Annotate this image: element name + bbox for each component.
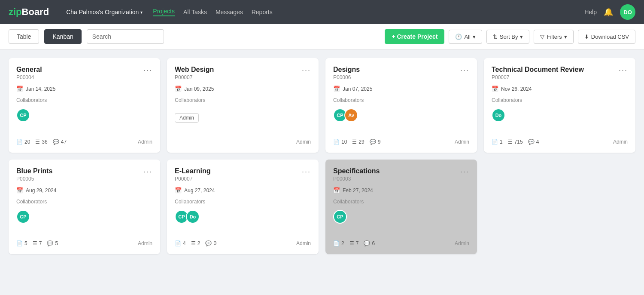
nav-messages[interactable]: Messages <box>216 9 243 15</box>
role-label: Admin <box>296 240 311 246</box>
filter-icon: ▽ <box>540 34 544 40</box>
card-footer: 📄10 ☰29 💬9 Admin <box>333 139 469 145</box>
card-id: P00006 <box>333 74 360 80</box>
project-card-designs[interactable]: DesignsP00006···📅Jan 07, 2025Collaborato… <box>325 58 477 153</box>
create-project-button[interactable]: + Create Project <box>385 29 444 44</box>
comments-stat: 💬0 <box>205 240 216 246</box>
search-input[interactable] <box>87 29 164 44</box>
project-card-e-learning[interactable]: E-LearningP00007···📅Aug 27, 2024Collabor… <box>167 160 319 254</box>
project-card-web-design[interactable]: Web DesignP00007···📅Jan 09, 2025Collabor… <box>167 58 319 153</box>
card-date: 📅Aug 29, 2024 <box>16 187 152 194</box>
files-count: 2 <box>341 240 344 246</box>
download-csv-button[interactable]: ⬇ Download CSV <box>578 30 635 44</box>
all-filter-button[interactable]: 🕐 All ▾ <box>449 30 482 44</box>
card-id: P00007 <box>175 176 211 182</box>
files-stat: 📄10 <box>333 139 347 145</box>
nav-reports[interactable]: Reports <box>252 9 273 15</box>
avatar: Av <box>344 108 358 122</box>
nav-all-tasks[interactable]: All Tasks <box>183 9 207 15</box>
card-footer: Admin <box>175 139 311 145</box>
card-id: P00007 <box>175 74 214 80</box>
comment-icon: 💬 <box>528 139 535 145</box>
card-stats: 📄2 ☰7 💬6 <box>333 240 375 246</box>
calendar-icon: 📅 <box>16 86 23 92</box>
card-menu-icon[interactable]: ··· <box>143 167 152 176</box>
navbar: zipBoard Cha Palmos's Organization ▾ Pro… <box>0 0 644 24</box>
project-card-specifications[interactable]: SpecificationsP00003···📅Feb 27, 2024Coll… <box>325 160 477 254</box>
list-icon: ☰ <box>33 240 37 246</box>
card-title: Specifications <box>333 167 380 175</box>
bell-icon[interactable]: 🔔 <box>604 7 613 17</box>
user-avatar[interactable]: DO <box>620 4 635 20</box>
comments-count: 9 <box>378 139 381 145</box>
chevron-down-icon: ▾ <box>473 34 476 40</box>
comment-icon: 💬 <box>364 240 370 246</box>
calendar-icon: 📅 <box>16 187 23 194</box>
sort-by-button[interactable]: ⇅ Sort By ▾ <box>486 30 530 44</box>
card-date-value: Aug 29, 2024 <box>26 187 56 194</box>
calendar-icon: 📅 <box>175 187 182 194</box>
card-stats: 📄4 ☰2 💬0 <box>175 240 216 246</box>
card-header: Technical Document ReviewP00007··· <box>492 66 628 80</box>
filters-button[interactable]: ▽ Filters ▾ <box>534 30 573 44</box>
project-card-technical-document-review[interactable]: Technical Document ReviewP00007···📅Nov 2… <box>484 58 635 153</box>
comments-count: 6 <box>372 240 375 246</box>
card-date-value: Nov 26, 2024 <box>501 86 532 92</box>
chevron-down-icon: ▾ <box>140 10 143 15</box>
tasks-stat: ☰29 <box>352 139 364 145</box>
file-icon: 📄 <box>492 139 498 145</box>
card-menu-icon[interactable]: ··· <box>460 167 469 176</box>
card-menu-icon[interactable]: ··· <box>302 167 311 176</box>
project-card-general[interactable]: GeneralP00004···📅Jan 14, 2025Collaborato… <box>9 58 160 153</box>
project-card-blue-prints[interactable]: Blue PrintsP00005···📅Aug 29, 2024Collabo… <box>9 160 160 254</box>
files-stat: 📄1 <box>492 139 503 145</box>
toolbar-right: + Create Project 🕐 All ▾ ⇅ Sort By ▾ ▽ F… <box>385 29 635 44</box>
tab-table[interactable]: Table <box>9 29 39 44</box>
role-label: Admin <box>613 139 628 145</box>
card-menu-icon[interactable]: ··· <box>302 66 311 75</box>
tasks-count: 2 <box>197 240 200 246</box>
files-count: 20 <box>24 139 30 145</box>
tab-kanban[interactable]: Kanban <box>44 29 81 44</box>
org-selector[interactable]: Cha Palmos's Organization ▾ <box>66 9 143 15</box>
comment-icon: 💬 <box>53 139 59 145</box>
card-title: Technical Document Review <box>492 66 584 74</box>
card-header: GeneralP00004··· <box>16 66 152 80</box>
avatar: CP <box>16 210 30 224</box>
card-title: Designs <box>333 66 360 74</box>
logo-board: Board <box>22 6 49 18</box>
card-date-value: Feb 27, 2024 <box>343 187 373 194</box>
calendar-icon: 📅 <box>333 187 340 194</box>
help-link[interactable]: Help <box>584 9 597 15</box>
card-id: P00005 <box>16 176 52 182</box>
comments-stat: 💬6 <box>364 240 375 246</box>
collaborators-label: Collaborators <box>175 199 311 205</box>
projects-grid: GeneralP00004···📅Jan 14, 2025Collaborato… <box>0 49 644 263</box>
comment-icon: 💬 <box>47 240 53 246</box>
tasks-stat: ☰7 <box>349 240 359 246</box>
nav-projects[interactable]: Projects <box>153 8 175 16</box>
collaborators-label: Collaborators <box>333 97 469 103</box>
filters-label: Filters <box>547 34 562 40</box>
card-title: General <box>16 66 42 74</box>
tasks-count: 36 <box>42 139 47 145</box>
card-date: 📅Feb 27, 2024 <box>333 187 469 194</box>
org-name: Cha Palmos's Organization <box>66 9 139 15</box>
collaborators-label: Collaborators <box>333 199 469 205</box>
card-footer: 📄1 ☰715 💬4 Admin <box>492 139 628 145</box>
tasks-count: 7 <box>356 240 359 246</box>
avatar-row: CPAv <box>333 108 469 122</box>
chevron-down-icon: ▾ <box>520 34 523 40</box>
logo[interactable]: zipBoard <box>9 6 49 18</box>
list-icon: ☰ <box>349 240 354 246</box>
comments-stat: 💬5 <box>47 240 58 246</box>
card-date-value: Jan 09, 2025 <box>184 86 214 92</box>
sort-icon: ⇅ <box>493 34 498 40</box>
collaborators-label: Collaborators <box>16 199 152 205</box>
card-menu-icon[interactable]: ··· <box>143 66 152 75</box>
tasks-stat: ☰7 <box>33 240 42 246</box>
tasks-count: 7 <box>39 240 42 246</box>
card-menu-icon[interactable]: ··· <box>619 66 628 75</box>
comments-stat: 💬4 <box>528 139 539 145</box>
card-menu-icon[interactable]: ··· <box>460 66 469 75</box>
